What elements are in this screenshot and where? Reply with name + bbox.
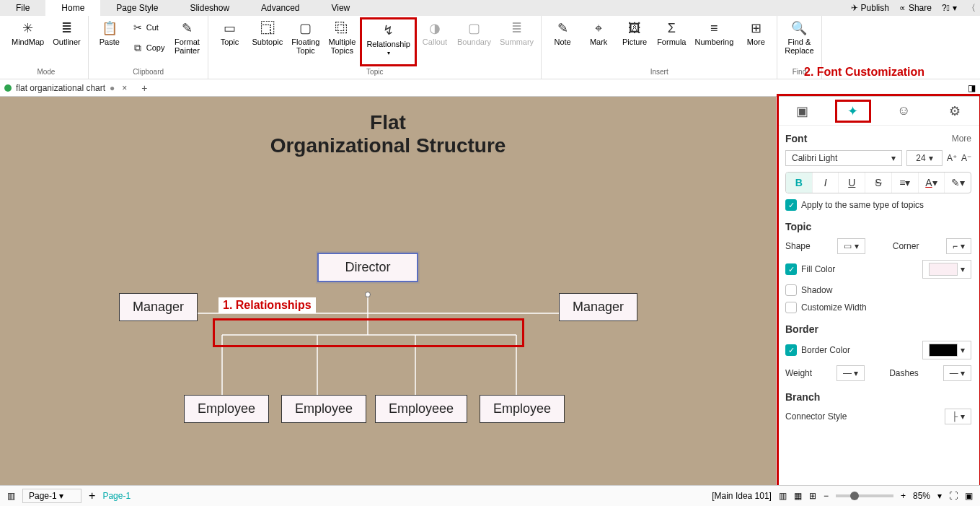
zoom-in-button[interactable]: +: [901, 491, 906, 501]
font-more-link[interactable]: More: [952, 134, 971, 144]
format-painter-button[interactable]: ✎Format Painter: [169, 17, 205, 66]
publish-button[interactable]: ✈Publish: [851, 3, 889, 13]
shadow-checkbox[interactable]: Shadow: [785, 284, 971, 296]
ribbon-group-clipboard: 📋Paste ✂Cut ⧉Copy ✎Format Painter Clipbo…: [89, 16, 209, 79]
weight-label: Weight: [785, 368, 812, 378]
font-size-select[interactable]: 24▾: [906, 150, 943, 166]
zoom-out-button[interactable]: −: [824, 491, 829, 501]
fill-color-select[interactable]: ▾: [922, 260, 971, 279]
corner-label: Corner: [893, 241, 919, 251]
relationship-button[interactable]: ↯Relationship▾: [360, 17, 417, 66]
font-family-select[interactable]: Calibri Light▾: [785, 150, 902, 166]
node-manager-2[interactable]: Manager: [559, 293, 637, 321]
share-button[interactable]: ∝Share: [899, 3, 932, 13]
boundary-button[interactable]: ▢Boundary: [453, 17, 495, 66]
collapse-ribbon-button[interactable]: 〈: [967, 2, 976, 14]
help-button[interactable]: ?⃝▾: [942, 3, 957, 13]
node-employee-4[interactable]: Employee: [480, 395, 565, 423]
fill-color-checkbox[interactable]: ✓Fill Color: [785, 263, 835, 275]
panel-toggle-button[interactable]: ◨: [968, 83, 976, 93]
tab-modified-dot: ●: [110, 83, 115, 93]
section-topic: Topic Shape ▭ ▾ Corner ⌐ ▾ ✓Fill Color ▾…: [785, 221, 971, 313]
align-button[interactable]: ≡▾: [892, 173, 919, 193]
view-mode-2-icon[interactable]: ▦: [794, 491, 802, 501]
page-dropdown[interactable]: Page-1 ▾: [22, 489, 81, 503]
summary-button[interactable]: ≣Summary: [495, 17, 538, 66]
italic-button[interactable]: I: [813, 173, 839, 193]
border-color-checkbox[interactable]: ✓Border Color: [785, 344, 850, 356]
panel-tab-settings[interactable]: ⚙: [937, 100, 973, 123]
check-icon: ✓: [785, 263, 797, 275]
menu-page-style[interactable]: Page Style: [100, 0, 174, 16]
highlight-color-button[interactable]: ✎▾: [945, 173, 971, 193]
note-button[interactable]: ✎Note: [544, 17, 581, 66]
chevron-down-icon: ▾: [953, 3, 957, 13]
node-employee-1[interactable]: Employee: [184, 395, 269, 423]
page-tab[interactable]: Page-1: [102, 491, 131, 501]
menu-advanced[interactable]: Advanced: [245, 0, 315, 16]
node-handle[interactable]: [365, 292, 371, 297]
outliner-button[interactable]: ≣Outliner: [48, 17, 85, 66]
document-tab[interactable]: flat organizational chart: [16, 83, 105, 93]
zoom-handle[interactable]: [850, 492, 859, 500]
shape-select[interactable]: ▭ ▾: [837, 238, 865, 254]
canvas[interactable]: Flat Organizational Structure Director M…: [0, 97, 776, 485]
cut-button[interactable]: ✂Cut: [128, 17, 169, 38]
new-tab-button[interactable]: +: [138, 82, 150, 94]
customize-width-checkbox[interactable]: Customize Width: [785, 302, 971, 313]
note-icon: ✎: [555, 20, 570, 36]
bold-button[interactable]: B: [786, 173, 813, 193]
connector-style-select[interactable]: ├ ▾: [945, 409, 971, 424]
share-icon: ∝: [899, 3, 906, 13]
weight-select[interactable]: — ▾: [836, 365, 865, 381]
fit-button[interactable]: ▣: [965, 491, 973, 501]
menu-home[interactable]: Home: [45, 0, 100, 16]
corner-select[interactable]: ⌐ ▾: [946, 238, 971, 254]
border-color-select[interactable]: ▾: [922, 341, 971, 359]
subtopic-button[interactable]: ⿹Subtopic: [247, 17, 287, 66]
menu-file[interactable]: File: [0, 0, 45, 16]
more-button[interactable]: ⊞More: [738, 17, 774, 66]
node-employee-2[interactable]: Employee: [281, 395, 366, 423]
mindmap-button[interactable]: ✳MindMap: [7, 17, 48, 66]
strikethrough-button[interactable]: S: [865, 173, 892, 193]
panel-tab-layout[interactable]: ▣: [784, 100, 820, 123]
add-page-button[interactable]: +: [89, 489, 95, 502]
tab-indicator-icon: [4, 84, 12, 92]
view-mode-1-icon[interactable]: ▥: [779, 491, 787, 501]
panel-tab-emoji[interactable]: ☺: [886, 100, 922, 123]
menu-view[interactable]: View: [315, 0, 366, 16]
section-font-title: Font: [785, 133, 807, 144]
mark-button[interactable]: ⌖Mark: [581, 17, 617, 66]
node-employee-3[interactable]: Employeee: [375, 395, 467, 423]
decrease-font-button[interactable]: A⁻: [961, 153, 971, 163]
view-mode-3-icon[interactable]: ⊞: [809, 491, 816, 501]
multiple-topics-button[interactable]: ⿻Multiple Topics: [324, 17, 360, 66]
node-director[interactable]: Director: [317, 253, 418, 282]
formula-button[interactable]: ΣFormula: [653, 17, 690, 66]
callout-button[interactable]: ◑Callout: [417, 17, 453, 66]
tab-close-button[interactable]: ×: [119, 83, 130, 93]
topic-button[interactable]: ▭Topic: [211, 17, 247, 66]
node-manager-1[interactable]: Manager: [119, 293, 198, 321]
underline-button[interactable]: U: [839, 173, 865, 193]
copy-button[interactable]: ⧉Copy: [128, 38, 169, 58]
picture-button[interactable]: 🖼Picture: [617, 17, 653, 66]
chart-title[interactable]: Flat Organizational Structure: [270, 111, 506, 157]
zoom-slider[interactable]: [836, 494, 893, 497]
increase-font-button[interactable]: A⁺: [947, 153, 957, 163]
menu-slideshow[interactable]: Slideshow: [174, 0, 245, 16]
panel-tab-style[interactable]: ✦: [835, 100, 871, 123]
apply-same-checkbox[interactable]: ✓ Apply to the same type of topics: [785, 199, 971, 211]
dashes-select[interactable]: — ▾: [943, 365, 971, 381]
floating-topic-button[interactable]: ▢Floating Topic: [287, 17, 324, 66]
numbering-button[interactable]: ≡Numbering: [690, 17, 738, 66]
font-color-button[interactable]: A▾: [919, 173, 945, 193]
fullscreen-button[interactable]: ⛶: [949, 491, 958, 501]
find-replace-button[interactable]: 🔍Find & Replace: [780, 17, 818, 66]
zoom-value[interactable]: 85%: [913, 491, 930, 501]
section-branch: Branch Connector Style ├ ▾: [785, 391, 971, 424]
zoom-dropdown-icon[interactable]: ▾: [937, 491, 942, 501]
paste-button[interactable]: 📋Paste: [92, 17, 128, 66]
pages-icon[interactable]: ▥: [7, 491, 15, 501]
